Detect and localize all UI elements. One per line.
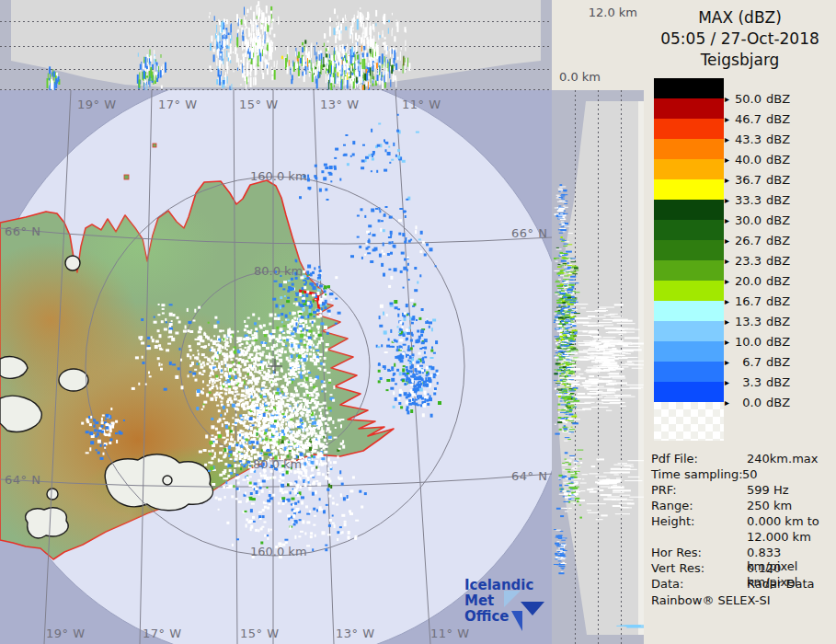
dbz-tick: ▸36.7dBZ (725, 173, 833, 186)
color-swatch (654, 301, 724, 321)
below-threshold-swatch (654, 402, 724, 441)
dbz-tick: ▸40.0dBZ (725, 153, 833, 166)
lon-label-top: 11° W (402, 98, 441, 111)
tick-arrow-icon: ▸ (725, 94, 729, 104)
lon-label-top: 15° W (239, 98, 279, 111)
lon-label-bottom: 13° W (336, 627, 375, 640)
radar-application-window: 12.0 km 0.0 km (0, 0, 836, 644)
range-ring-label: 80.0 km (254, 264, 303, 278)
ew-profile-echoes (0, 0, 552, 90)
lat-label-right: 64° N (511, 469, 547, 483)
color-swatch (654, 260, 724, 281)
tick-arrow-icon: ▸ (725, 195, 729, 205)
tick-arrow-icon: ▸ (725, 175, 729, 185)
tick-arrow-icon: ▸ (725, 114, 729, 124)
scan-datetime: 05:05 / 27-Oct-2018 (644, 29, 836, 50)
tick-arrow-icon: ▸ (725, 316, 729, 327)
lon-label-top: 19° W (77, 98, 117, 111)
dbz-tick: ▸26.7dBZ (725, 234, 833, 247)
height-scale-max-label: 12.0 km (589, 6, 637, 19)
logo-triangle-dark (521, 602, 544, 615)
info-sidebar: MAX (dBZ) 05:05 / 27-Oct-2018 Teigsbjarg (644, 0, 836, 644)
color-swatch (654, 321, 724, 341)
dbz-tick: ▸0.0dBZ (725, 396, 833, 408)
sidebar-header: MAX (dBZ) 05:05 / 27-Oct-2018 Teigsbjarg (644, 7, 836, 71)
tick-arrow-icon: ▸ (725, 236, 729, 246)
color-swatch (654, 200, 724, 220)
lon-label-top: 13° W (320, 98, 360, 111)
lon-label-bottom: 19° W (46, 627, 86, 640)
color-swatch (654, 119, 724, 139)
height-scale-min-label: 0.0 km (559, 70, 601, 84)
color-swatch (654, 240, 724, 260)
lon-label-bottom: 15° W (240, 627, 280, 640)
dbz-color-scale (654, 78, 724, 402)
dbz-tick: ▸43.3dBZ (725, 132, 833, 145)
lon-label-top: 17° W (158, 98, 198, 111)
dbz-tick: ▸23.3dBZ (725, 254, 833, 267)
tick-arrow-icon: ▸ (725, 155, 729, 165)
dbz-tick: ▸33.3dBZ (725, 193, 833, 206)
lon-label-bottom: 11° W (430, 627, 470, 640)
range-ring-label: 160.0 km (250, 545, 307, 558)
logo-triangle-mid (511, 611, 522, 631)
tick-arrow-icon: ▸ (725, 256, 729, 266)
lat-label-left: 66° N (5, 224, 40, 238)
color-swatch (654, 382, 724, 402)
dbz-tick: ▸46.7dBZ (725, 112, 833, 125)
color-swatch (654, 78, 724, 98)
tick-arrow-icon: ▸ (725, 377, 729, 387)
range-ring-label: 80.0 km (253, 457, 302, 471)
island (153, 144, 156, 147)
island (124, 175, 129, 179)
color-swatch (654, 179, 724, 200)
color-swatch (654, 220, 724, 240)
lon-label-bottom: 17° W (143, 627, 182, 640)
dbz-tick: ▸16.7dBZ (725, 294, 833, 307)
tick-arrow-icon: ▸ (725, 276, 729, 286)
color-swatch (654, 281, 724, 301)
dbz-tick: ▸20.0dBZ (725, 274, 833, 287)
dbz-tick: ▸10.0dBZ (725, 335, 833, 348)
product-title: MAX (dBZ) (644, 7, 836, 29)
color-swatch (654, 98, 724, 119)
tick-arrow-icon: ▸ (725, 337, 729, 347)
dbz-tick: ▸6.7dBZ (725, 355, 833, 368)
tick-arrow-icon: ▸ (725, 357, 729, 367)
color-swatch (654, 341, 724, 362)
software-credit: Rainbow® SELEX-SI (651, 593, 771, 607)
ns-profile-echoes (552, 90, 644, 644)
radar-map-view[interactable]: 19° W 17° W 15° W 13° W 11° W 19° W 17° … (0, 90, 552, 644)
tick-arrow-icon: ▸ (725, 397, 729, 408)
ns-height-profile-panel[interactable] (552, 90, 644, 644)
dbz-tick: ▸13.3dBZ (725, 315, 833, 328)
dbz-tick: ▸3.3dBZ (725, 375, 833, 388)
color-swatch (654, 159, 724, 179)
logo-triangle-light (504, 591, 521, 607)
ew-height-profile-panel[interactable] (0, 0, 552, 90)
lat-label-right: 66° N (511, 226, 547, 240)
tick-arrow-icon: ▸ (725, 296, 729, 306)
color-swatch (654, 362, 724, 382)
dbz-tick: ▸50.0dBZ (725, 92, 833, 105)
radar-station-name: Teigsbjarg (644, 50, 836, 71)
dbz-tick: ▸30.0dBZ (725, 213, 833, 226)
tick-arrow-icon: ▸ (725, 215, 729, 225)
height-scale-box: 12.0 km 0.0 km (552, 0, 644, 90)
tick-arrow-icon: ▸ (725, 134, 729, 144)
lat-label-left: 64° N (5, 473, 40, 487)
color-swatch (654, 139, 724, 159)
range-ring-label: 160.0 km (250, 169, 307, 183)
